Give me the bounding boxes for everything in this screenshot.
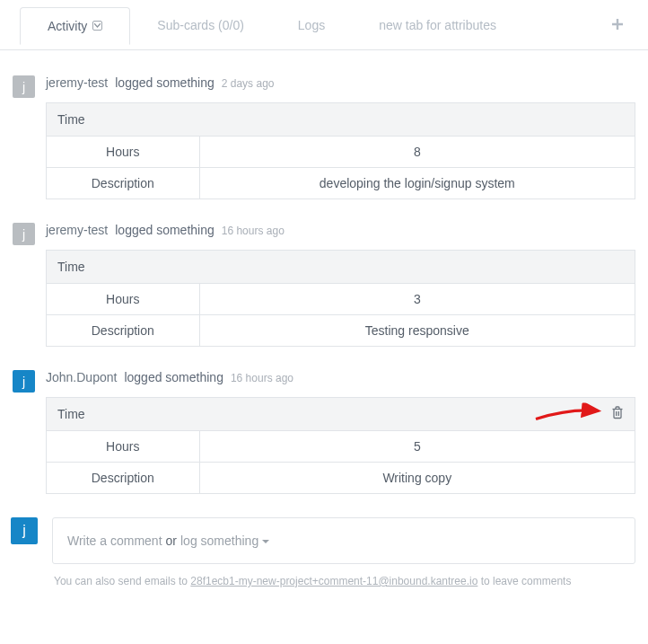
cell-value: 3 <box>199 284 635 315</box>
activity-entry: j jeremy-test logged something 2 days ag… <box>13 75 635 199</box>
table-row: Description Testing responsive <box>47 315 635 347</box>
table-row: Description Writing copy <box>47 463 635 494</box>
composer-or-label: or <box>166 534 177 548</box>
log-table: Time Hours 3 Description Testing respons… <box>46 250 635 347</box>
cell-key: Description <box>47 463 200 494</box>
cell-key: Hours <box>47 431 200 463</box>
user-link[interactable]: John.Dupont <box>46 370 117 384</box>
cell-value: developing the login/signup system <box>199 168 635 199</box>
plus-icon <box>612 19 623 30</box>
table-header: Time <box>47 103 635 137</box>
activity-entry: j jeremy-test logged something 16 hours … <box>13 223 635 347</box>
avatar: j <box>13 223 35 245</box>
composer-row: j Write a comment or log something <box>0 517 648 571</box>
cell-value: 5 <box>199 431 635 463</box>
table-header: Time <box>47 398 635 431</box>
table-row: Hours 8 <box>47 137 635 168</box>
hint-prefix: You can also send emails to <box>54 575 190 587</box>
tab-label: new tab for attributes <box>379 18 496 32</box>
tab-logs[interactable]: Logs <box>271 7 352 43</box>
tab-label: Activity <box>48 19 87 33</box>
log-table: Time Hours 8 Description developing the … <box>46 102 635 199</box>
cell-value: 8 <box>199 137 635 168</box>
avatar: j <box>11 517 38 544</box>
tab-subcards[interactable]: Sub-cards (0/0) <box>130 7 270 43</box>
user-link[interactable]: jeremy-test <box>46 223 108 237</box>
table-row: Hours 5 <box>47 431 635 463</box>
action-text: logged something <box>124 370 223 384</box>
chevron-down-icon[interactable] <box>92 21 102 31</box>
activity-entry: j John.Dupont logged something 16 hours … <box>13 370 635 494</box>
table-row: Description developing the login/signup … <box>47 168 635 199</box>
action-text: logged something <box>115 223 215 237</box>
composer-write-label: Write a comment <box>67 534 162 548</box>
entry-time: 2 days ago <box>222 77 275 90</box>
hint-email-link[interactable]: 28f1ecb1-my-new-project+comment-11@inbou… <box>190 575 477 587</box>
composer-log-dropdown[interactable]: log something <box>180 534 269 548</box>
cell-key: Description <box>47 168 200 199</box>
entry-time: 16 hours ago <box>231 372 293 384</box>
tab-activity[interactable]: Activity <box>20 7 130 45</box>
cell-value: Writing copy <box>199 463 635 494</box>
tab-label: Sub-cards (0/0) <box>157 18 243 32</box>
table-header: Time <box>47 251 635 284</box>
table-header-label: Time <box>57 407 85 421</box>
cell-key: Description <box>47 315 200 347</box>
avatar: j <box>13 370 35 393</box>
email-hint: You can also send emails to 28f1ecb1-my-… <box>0 571 648 596</box>
cell-key: Hours <box>47 284 200 315</box>
action-text: logged something <box>115 75 215 90</box>
arrow-annotation <box>534 403 604 426</box>
trash-icon[interactable] <box>611 406 624 422</box>
cell-value: Testing responsive <box>199 315 635 347</box>
add-tab-button[interactable] <box>600 17 635 33</box>
cell-key: Hours <box>47 137 200 168</box>
hint-suffix: to leave comments <box>477 575 571 587</box>
tab-attributes[interactable]: new tab for attributes <box>352 7 523 43</box>
entry-time: 16 hours ago <box>222 225 285 237</box>
tabs-bar: Activity Sub-cards (0/0) Logs new tab fo… <box>0 0 648 50</box>
tab-label: Logs <box>298 18 325 32</box>
comment-composer[interactable]: Write a comment or log something <box>52 517 635 564</box>
avatar: j <box>13 75 35 98</box>
table-row: Hours 3 <box>47 284 635 315</box>
user-link[interactable]: jeremy-test <box>46 75 108 90</box>
log-table: Time <box>46 397 635 494</box>
activity-feed: j jeremy-test logged something 2 days ag… <box>0 50 648 494</box>
